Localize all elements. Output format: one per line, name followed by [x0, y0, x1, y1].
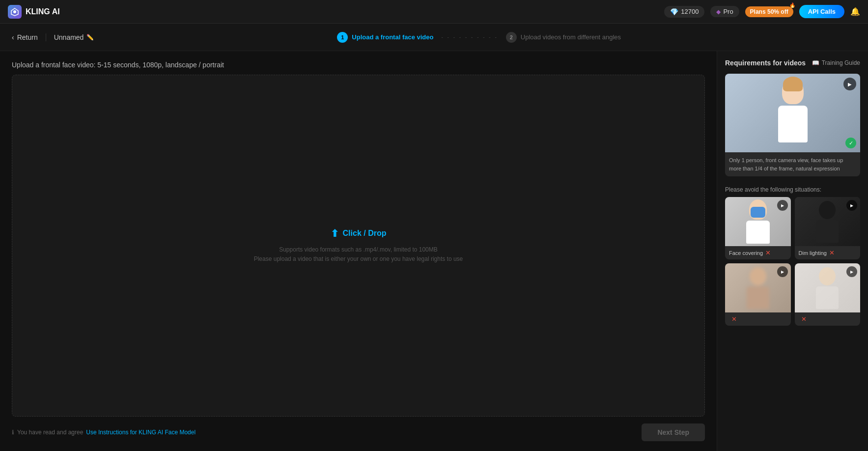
terms-area: ℹ You have read and agree Use Instructio… — [12, 429, 196, 436]
blur-figure — [746, 267, 770, 309]
training-guide-button[interactable]: 📖 Training Guide — [812, 59, 860, 66]
sidebar-title: Requirements for videos — [725, 59, 806, 67]
blurry-card: ▶ ✕ — [725, 263, 791, 326]
project-name: Unnamed ✏️ — [46, 33, 102, 41]
upload-click-drop[interactable]: ⬆ Click / Drop — [331, 227, 387, 239]
topbar: KLING AI 💎 12700 ◆ Pro Plans 50% off API… — [0, 0, 868, 24]
upload-section: Upload a frontal face video: 5-15 second… — [0, 51, 717, 451]
dim-lighting-thumb: ▶ — [795, 197, 861, 246]
blurry-play-button[interactable]: ▶ — [777, 266, 788, 277]
person-body — [778, 106, 808, 142]
step-1-number: 1 — [337, 32, 348, 43]
pro-icon: ◆ — [716, 8, 721, 15]
notification-icon[interactable]: 🔔 — [850, 7, 860, 16]
pro-badge: ◆ Pro — [710, 6, 739, 17]
overexposed-card: ▶ ✕ — [795, 263, 861, 326]
dim-lighting-card: ▶ Dim lighting ✕ — [795, 197, 861, 259]
book-icon: 📖 — [812, 59, 819, 66]
credits-icon: 💎 — [670, 8, 678, 16]
face-covering-bad-icon: ✕ — [765, 249, 771, 256]
face-covering-label: Face covering ✕ — [725, 246, 791, 259]
chevron-left-icon: ‹ — [12, 33, 14, 41]
overexposed-label: ✕ — [795, 312, 861, 326]
svg-point-1 — [13, 10, 16, 13]
person-head — [782, 79, 804, 104]
return-label: Return — [17, 33, 38, 41]
step-2: 2 Upload videos from different angles — [506, 32, 621, 43]
face-covering-thumb: ▶ — [725, 197, 791, 246]
click-drop-label: Click / Drop — [343, 229, 387, 238]
dim-lighting-play-button[interactable]: ▶ — [846, 200, 857, 211]
blurry-bad-icon: ✕ — [731, 315, 737, 323]
logo-icon — [8, 5, 22, 19]
requirements-sidebar: Requirements for videos 📖 Training Guide… — [717, 51, 868, 451]
bright-figure — [815, 267, 840, 309]
overexposed-play-button[interactable]: ▶ — [846, 266, 857, 277]
face-covering-text: Face covering — [729, 250, 763, 256]
mask-person-figure — [744, 199, 771, 244]
dark-body — [816, 220, 839, 243]
return-button[interactable]: ‹ Return — [12, 33, 46, 41]
face-covering-play-button[interactable]: ▶ — [777, 200, 788, 211]
step-1: 1 Upload a frontal face video — [337, 32, 433, 43]
main-example-card: ▶ ✓ Only 1 person, front camera view, fa… — [725, 74, 860, 176]
dim-lighting-text: Dim lighting — [799, 250, 827, 256]
dark-head — [819, 201, 836, 219]
main-layout: Upload a frontal face video: 5-15 second… — [0, 51, 868, 451]
avoid-label: Please avoid the following situations: — [725, 186, 860, 193]
credits-value: 12700 — [681, 8, 699, 15]
blurry-thumb: ▶ — [725, 263, 791, 312]
plans-badge[interactable]: Plans 50% off — [745, 6, 793, 17]
next-step-button[interactable]: Next Step — [642, 423, 705, 441]
supports-text: Supports video formats such as .mp4/.mov… — [254, 245, 463, 254]
info-icon: ℹ — [12, 429, 14, 436]
step-2-label: Upload videos from different angles — [521, 33, 621, 41]
mask-overlay — [751, 207, 765, 218]
avoid-examples-grid: ▶ Face covering ✕ ▶ Dim lighting — [725, 197, 860, 326]
blur-head — [750, 267, 766, 285]
project-name-text: Unnamed — [54, 33, 84, 41]
person-hair — [783, 77, 803, 91]
main-play-button[interactable]: ▶ — [843, 78, 856, 90]
blurry-label: ✕ — [725, 312, 791, 326]
topbar-actions: 💎 12700 ◆ Pro Plans 50% off API Calls 🔔 — [664, 5, 860, 18]
overexposed-thumb: ▶ — [795, 263, 861, 312]
main-video-thumb: ▶ ✓ — [725, 74, 860, 152]
logo-text: KLING AI — [26, 7, 60, 16]
bright-head — [819, 267, 836, 285]
step-indicator: 1 Upload a frontal face video - - - - - … — [102, 32, 856, 43]
pro-label: Pro — [723, 8, 733, 15]
credits-badge: 💎 12700 — [664, 6, 704, 18]
api-calls-button[interactable]: API Calls — [799, 5, 844, 18]
sidebar-header: Requirements for videos 📖 Training Guide — [725, 59, 860, 67]
info-text: You have read and agree — [17, 429, 83, 436]
mask-head — [749, 199, 767, 220]
main-video-description: Only 1 person, front camera view, face t… — [725, 152, 860, 176]
dark-figure — [815, 201, 840, 243]
dim-lighting-label: Dim lighting ✕ — [795, 246, 861, 259]
dim-lighting-bad-icon: ✕ — [829, 249, 835, 256]
edit-icon[interactable]: ✏️ — [86, 34, 94, 41]
upload-hint: Upload a frontal face video: 5-15 second… — [12, 61, 705, 69]
good-indicator: ✓ — [845, 138, 856, 148]
mask-body — [746, 221, 770, 244]
face-covering-card: ▶ Face covering ✕ — [725, 197, 791, 259]
step-nav: ‹ Return Unnamed ✏️ 1 Upload a frontal f… — [0, 24, 868, 51]
step-divider: - - - - - - - - - - — [441, 34, 498, 40]
step-1-label: Upload a frontal face video — [352, 33, 433, 41]
rights-text: Please upload a video that is either you… — [254, 254, 463, 264]
upload-sub-text: Supports video formats such as .mp4/.mov… — [254, 245, 463, 264]
terms-link[interactable]: Use Instructions for KLING AI Face Model — [86, 429, 196, 436]
blur-body — [747, 286, 769, 309]
person-figure — [773, 79, 812, 147]
logo-area: KLING AI — [8, 5, 60, 19]
bright-body — [816, 286, 839, 309]
step-2-number: 2 — [506, 32, 517, 43]
training-guide-label: Training Guide — [822, 59, 860, 66]
overexposed-bad-icon: ✕ — [801, 315, 807, 323]
upload-icon: ⬆ — [331, 227, 339, 239]
bottom-bar: ℹ You have read and agree Use Instructio… — [12, 417, 705, 441]
upload-drop-zone[interactable]: ⬆ Click / Drop Supports video formats su… — [12, 75, 705, 417]
